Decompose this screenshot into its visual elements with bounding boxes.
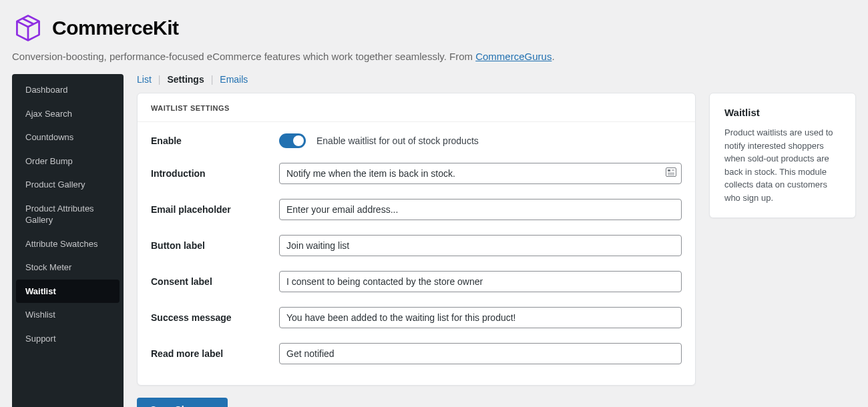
tab-list[interactable]: List [137,74,152,85]
row-read-more-label: Read more label [151,336,682,372]
sidebar-item-stock-meter[interactable]: Stock Meter [12,256,124,280]
sidebar: Dashboard Ajax Search Countdowns Order B… [12,74,124,407]
infobox-body: Product waitlists are used to notify int… [724,126,841,204]
row-enable: Enable Enable waitlist for out of stock … [151,126,682,155]
row-email-placeholder: Email placeholder [151,191,682,228]
label-success-message: Success message [151,312,279,323]
label-introduction: Introduction [151,168,279,179]
tab-separator: | [211,74,214,85]
logo-icon [12,12,44,44]
enable-toggle-desc: Enable waitlist for out of stock product… [316,135,479,146]
label-consent-label: Consent label [151,276,279,287]
sidebar-item-product-attributes-gallery[interactable]: Product Attributes Gallery [12,197,124,232]
success-message-input[interactable] [279,307,682,328]
sidebar-item-ajax-search[interactable]: Ajax Search [12,102,124,126]
editor-icon[interactable] [666,167,676,179]
label-enable: Enable [151,135,279,146]
svg-rect-1 [668,169,670,171]
sidebar-item-product-gallery[interactable]: Product Gallery [12,173,124,197]
settings-panel: WAITLIST SETTINGS Enable Enable waitlist… [137,93,696,386]
read-more-label-input[interactable] [279,343,682,364]
row-introduction: Introduction [151,155,682,191]
app-title: CommerceKit [52,17,179,39]
sidebar-item-wishlist[interactable]: Wishlist [12,303,124,327]
sidebar-item-order-bump[interactable]: Order Bump [12,149,124,173]
button-label-input[interactable] [279,235,682,256]
tab-separator: | [158,74,161,85]
sidebar-item-attribute-swatches[interactable]: Attribute Swatches [12,232,124,256]
infobox-title: Waitlist [724,107,841,118]
row-button-label: Button label [151,228,682,264]
sidebar-item-dashboard[interactable]: Dashboard [12,78,124,102]
panel-heading: WAITLIST SETTINGS [138,93,695,122]
label-button-label: Button label [151,240,279,251]
row-consent-label: Consent label [151,264,682,300]
email-placeholder-input[interactable] [279,199,682,220]
save-button[interactable]: Save Changes [137,398,228,407]
consent-label-input[interactable] [279,271,682,292]
tab-settings[interactable]: Settings [167,74,204,85]
label-read-more-label: Read more label [151,348,279,359]
sidebar-item-waitlist[interactable]: Waitlist [16,280,120,304]
svg-rect-0 [666,168,676,177]
tabs: List | Settings | Emails [137,74,856,85]
row-success-message: Success message [151,300,682,336]
infobox: Waitlist Product waitlists are used to n… [709,93,856,218]
sidebar-item-countdowns[interactable]: Countdowns [12,125,124,149]
tab-emails[interactable]: Emails [220,74,248,85]
enable-toggle[interactable] [279,133,306,148]
tagline-prefix: Conversion-boosting, performance-focused… [12,51,475,62]
introduction-input[interactable] [279,163,682,184]
app-header: CommerceKit [12,12,856,44]
label-email-placeholder: Email placeholder [151,204,279,215]
tagline: Conversion-boosting, performance-focused… [12,51,856,62]
tagline-suffix: . [552,51,554,62]
sidebar-item-support[interactable]: Support [12,327,124,351]
tagline-link[interactable]: CommerceGurus [475,51,552,62]
